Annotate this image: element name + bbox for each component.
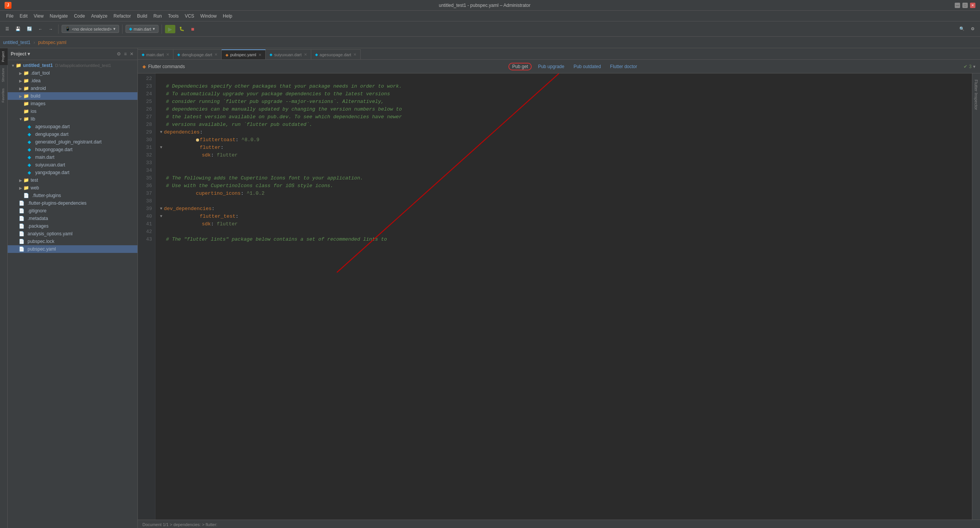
menu-tools[interactable]: Tools [165, 13, 182, 20]
build-folder-icon: 📁 [23, 93, 29, 99]
menu-edit[interactable]: Edit [16, 13, 31, 20]
menu-refactor[interactable]: Refactor [111, 13, 134, 20]
toolbar-sync-btn[interactable]: 🔄 [24, 25, 34, 33]
tree-item-android[interactable]: ▶ 📁 android [8, 85, 137, 92]
menu-code[interactable]: Code [71, 13, 88, 20]
test-label: test [31, 178, 38, 183]
tree-item-agesuopage[interactable]: ◆ agesuopage.dart [8, 123, 137, 130]
menu-view[interactable]: View [31, 13, 47, 20]
tree-item-flutter-plugins[interactable]: 📄 .flutter-plugins [8, 192, 137, 199]
generated-label: generated_plugin_registrant.dart [35, 139, 101, 145]
maximize-button[interactable]: □ [962, 3, 968, 8]
yangxd-label: yangxdpage.dart [35, 170, 69, 175]
sidebar-gear-btn[interactable]: ⚙ [116, 51, 122, 57]
tree-item-main[interactable]: ◆ main.dart [8, 153, 137, 161]
code-line-31: ▼ flutter: [160, 144, 967, 152]
tree-item-root[interactable]: ▼ 📁 untitled_test1 D:\allapplication\unt… [8, 62, 137, 69]
dart-selector[interactable]: ◆ main.dart ▾ [126, 25, 158, 33]
sidebar-collapse-btn[interactable]: ≡ [123, 51, 127, 57]
toolbar-back-btn[interactable]: ← [36, 26, 45, 33]
code-line-43: # The "flutter lints" package below cont… [160, 236, 967, 243]
hougong-label: hougongpage.dart [35, 147, 72, 152]
code-line-29: ▼ dependencies: [160, 129, 967, 136]
structure-tab[interactable]: Structure [0, 65, 8, 85]
tree-item-test[interactable]: ▶ 📁 test [8, 176, 137, 184]
menu-vcs[interactable]: VCS [182, 13, 198, 20]
tree-item-ios[interactable]: 📁 ios [8, 108, 137, 115]
debug-button[interactable]: 🐛 [177, 25, 187, 33]
tree-item-hougong[interactable]: ◆ hougongpage.dart [8, 146, 137, 153]
settings-btn[interactable]: ⚙ [969, 25, 977, 33]
menu-build[interactable]: Build [134, 13, 150, 20]
menu-analyze[interactable]: Analyze [88, 13, 111, 20]
tab-denglupage-close[interactable]: ✕ [214, 52, 217, 57]
tree-item-web[interactable]: ▶ 📁 web [8, 184, 137, 192]
dart-file-icon-main: ◆ [26, 154, 32, 160]
tree-item-pubspec-yaml[interactable]: 📄 pubspec.yaml [8, 245, 137, 253]
flutter-inspector-tab[interactable]: Flutter Inspector [972, 73, 980, 520]
code-line-25: # consider running `flutter pub upgrade … [160, 98, 967, 106]
tree-item-idea[interactable]: ▶ 📁 .idea [8, 77, 137, 85]
tab-denglupage[interactable]: ◆ denglupage.dart ✕ [173, 49, 222, 59]
tree-item-packages[interactable]: 📄 .packages [8, 222, 137, 230]
tab-main-dart-close[interactable]: ✕ [166, 52, 169, 57]
tab-pubspec-yaml[interactable]: ◆ pubspec.yaml ✕ [222, 49, 266, 59]
check-number: 3 [969, 64, 972, 69]
close-button[interactable]: ✕ [970, 3, 975, 8]
tree-item-analysis-options[interactable]: 📄 analysis_options.yaml [8, 230, 137, 238]
menu-navigate[interactable]: Navigate [47, 13, 71, 20]
toolbar-sep3 [162, 24, 162, 34]
toolbar-forward-btn[interactable]: → [46, 26, 55, 33]
tab-agesuopage-icon: ◆ [315, 52, 318, 57]
tree-item-flutter-plugins-dep[interactable]: 📄 .flutter-plugins-dependencies [8, 199, 137, 207]
stop-button[interactable]: ⏹ [188, 26, 197, 33]
code-editor[interactable]: # Dependencies specify other packages th… [155, 73, 972, 520]
tab-suiyuxuan-close[interactable]: ✕ [304, 52, 307, 57]
code-line-40: ▼ flutter_test: [160, 213, 967, 220]
editor-area: ◆ main.dart ✕ ◆ denglupage.dart ✕ ◆ pubs… [138, 48, 980, 528]
tree-item-images[interactable]: 📁 images [8, 100, 137, 108]
tab-suiyuxuan[interactable]: ◆ suiyuxuan.dart ✕ [266, 49, 311, 59]
search-everywhere-btn[interactable]: 🔍 [957, 25, 967, 33]
tab-suiyuxuan-label: suiyuxuan.dart [274, 52, 302, 57]
favorites-tab[interactable]: Favorites [0, 85, 8, 106]
pub-outdated-btn[interactable]: Pub outdated [570, 63, 604, 70]
tree-item-generated[interactable]: ◆ generated_plugin_registrant.dart [8, 138, 137, 146]
flutter-file-icon: ◆ [142, 64, 146, 69]
editor-outer: 22 23 24 25 26 27 28 29 30 31 32 33 34 3… [138, 73, 980, 520]
tree-item-yangxd[interactable]: ◆ yangxdpage.dart [8, 169, 137, 176]
tree-item-lib[interactable]: ▼ 📁 lib [8, 115, 137, 123]
file-breadcrumb[interactable]: pubspec.yaml [38, 40, 66, 45]
toolbar-save-btn[interactable]: 💾 [13, 25, 23, 33]
main-label: main.dart [35, 155, 54, 160]
tree-item-pubspec-lock[interactable]: 📄 pubspec.lock [8, 238, 137, 245]
tree-item-build[interactable]: ▶ 📁 build [8, 92, 137, 100]
menu-run[interactable]: Run [150, 13, 165, 20]
fold-39[interactable]: ▼ [160, 205, 162, 213]
tab-main-dart[interactable]: ◆ main.dart ✕ [138, 49, 173, 59]
tab-agesuopage-close[interactable]: ✕ [353, 52, 356, 57]
tree-item-gitignore[interactable]: 📄 .gitignore [8, 207, 137, 215]
tree-item-denglupage[interactable]: ◆ denglupage.dart [8, 130, 137, 138]
menu-help[interactable]: Help [220, 13, 235, 20]
tab-agesuopage[interactable]: ◆ agesuopage.dart ✕ [311, 49, 361, 59]
tab-pubspec-yaml-close[interactable]: ✕ [258, 53, 261, 57]
tree-item-metadata[interactable]: 📄 .metadata [8, 215, 137, 222]
project-breadcrumb[interactable]: untitled_test1 [3, 40, 30, 45]
tree-item-dart-tool[interactable]: ▶ 📁 .dart_tool [8, 69, 137, 77]
run-button[interactable]: ▶ [165, 25, 175, 33]
device-selector[interactable]: 📱 <no device selected> ▾ [62, 25, 119, 33]
menu-window[interactable]: Window [197, 13, 220, 20]
menu-file[interactable]: File [3, 13, 16, 20]
flutter-plugins-dep-icon: 📄 [18, 200, 24, 206]
code-line-42 [160, 228, 967, 236]
minimize-button[interactable]: — [955, 3, 960, 8]
pub-upgrade-btn[interactable]: Pub upgrade [535, 63, 567, 70]
toolbar-menu-btn[interactable]: ☰ [3, 25, 11, 33]
code-line-41: sdk: flutter [160, 220, 967, 228]
tree-item-suiyuxuan[interactable]: ◆ suiyuxuan.dart [8, 161, 137, 169]
sidebar-hide-btn[interactable]: ✕ [129, 51, 134, 57]
project-tab[interactable]: Project [0, 48, 8, 65]
pub-get-btn[interactable]: Pub get [508, 63, 532, 70]
flutter-doctor-btn[interactable]: Flutter doctor [607, 63, 640, 70]
